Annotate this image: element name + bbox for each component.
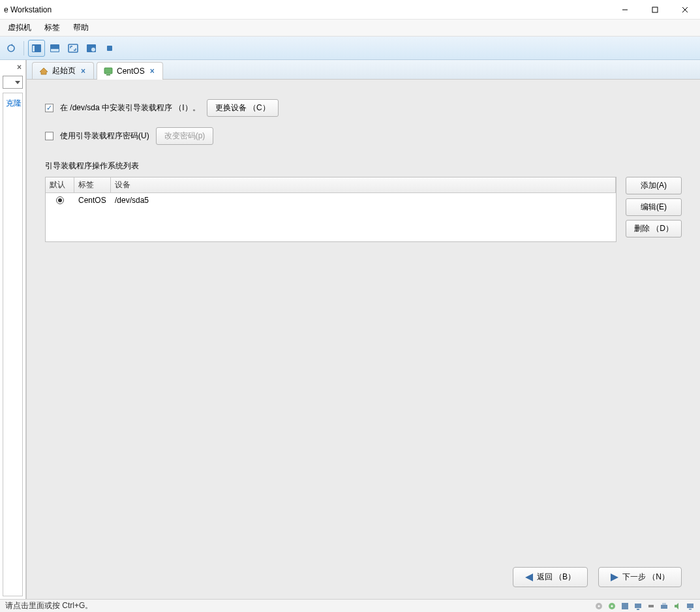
toolbar-view1-icon[interactable]	[28, 40, 45, 57]
statusbar-hint: 请点击里面或按 Ctrl+G。	[5, 600, 93, 611]
home-icon	[39, 67, 48, 76]
svg-rect-13	[104, 68, 112, 74]
table-header-default[interactable]: 默认	[46, 177, 74, 192]
svg-point-4	[8, 45, 14, 52]
menu-help[interactable]: 帮助	[68, 20, 94, 35]
table-row[interactable]: CentOS /dev/sda5	[46, 193, 616, 207]
bootloader-os-list-title: 引导装载程序操作系统列表	[45, 161, 682, 172]
svg-rect-26	[689, 609, 692, 610]
maximize-button[interactable]	[640, 0, 670, 19]
row-device: /dev/sda5	[111, 196, 616, 205]
minimize-button[interactable]	[610, 0, 640, 19]
status-usb-icon[interactable]	[647, 602, 656, 611]
sidebar-close-icon[interactable]: ×	[0, 60, 25, 74]
arrow-left-icon	[525, 574, 533, 581]
svg-rect-6	[33, 46, 35, 52]
table-header-device[interactable]: 设备	[111, 177, 616, 192]
toolbar-small-icon[interactable]	[101, 40, 118, 57]
table-header-label[interactable]: 标签	[74, 177, 111, 192]
chevron-down-icon	[15, 81, 20, 84]
tab-home-label: 起始页	[52, 65, 76, 76]
label-install-bootloader: 在 /dev/sda 中安装引导装载程序 （I）。	[60, 102, 200, 114]
tab-centos-close-icon[interactable]: ×	[149, 67, 156, 76]
close-button[interactable]	[670, 0, 700, 19]
default-radio[interactable]	[56, 196, 64, 204]
toolbar-fullscreen-icon[interactable]	[65, 40, 82, 57]
sidebar-list: 克隆	[3, 93, 23, 596]
change-password-button: 改变密码(p)	[156, 127, 214, 145]
svg-point-11	[91, 48, 95, 52]
svg-rect-23	[661, 605, 667, 609]
status-sound-icon[interactable]	[673, 602, 682, 611]
status-cd-icon[interactable]	[607, 602, 616, 611]
change-device-button[interactable]: 更换设备 （C）	[207, 99, 279, 117]
back-button[interactable]: 返回 （B）	[513, 567, 588, 587]
sidebar-dropdown[interactable]	[3, 76, 23, 89]
svg-point-16	[598, 605, 600, 607]
add-button[interactable]: 添加(A)	[626, 177, 682, 194]
toolbar-separator	[23, 41, 24, 55]
svg-rect-12	[107, 46, 112, 51]
status-floppy-icon[interactable]	[620, 602, 630, 611]
arrow-right-icon	[611, 574, 618, 581]
sidebar-item-clone[interactable]: 克隆	[5, 96, 21, 111]
svg-rect-25	[687, 604, 693, 608]
svg-rect-24	[662, 603, 666, 605]
status-disk-icon[interactable]	[594, 602, 603, 611]
svg-rect-9	[68, 44, 78, 52]
vm-icon	[104, 67, 113, 76]
tab-home-close-icon[interactable]: ×	[80, 67, 87, 76]
svg-rect-1	[652, 7, 658, 12]
label-use-password: 使用引导装载程序密码(U)	[60, 130, 149, 142]
tab-centos-label: CentOS	[117, 67, 145, 76]
menu-vm[interactable]: 虚拟机	[3, 20, 37, 35]
svg-point-18	[611, 605, 613, 607]
svg-rect-21	[637, 609, 639, 610]
svg-rect-20	[635, 604, 641, 608]
bootloader-os-table: 默认 标签 设备 CentOS /dev/sda5	[45, 177, 616, 242]
delete-button[interactable]: 删除 （D）	[626, 220, 682, 237]
status-display-icon[interactable]	[686, 602, 695, 611]
svg-rect-19	[622, 603, 628, 609]
checkbox-install-bootloader[interactable]	[45, 104, 53, 112]
next-button[interactable]: 下一步 （N）	[598, 567, 682, 587]
window-title: e Workstation	[4, 5, 52, 14]
status-printer-icon[interactable]	[660, 602, 669, 611]
toolbar-unity-icon[interactable]	[83, 40, 100, 57]
svg-rect-22	[648, 605, 654, 607]
checkbox-use-password[interactable]	[45, 132, 53, 140]
tab-home[interactable]: 起始页 ×	[32, 62, 94, 79]
svg-rect-8	[51, 49, 59, 52]
tab-centos[interactable]: CentOS ×	[97, 62, 163, 80]
row-label: CentOS	[74, 196, 111, 205]
status-network-icon[interactable]	[633, 602, 643, 611]
toolbar-cycle-icon[interactable]	[3, 40, 20, 57]
svg-rect-14	[106, 74, 110, 76]
toolbar-view2-icon[interactable]	[46, 40, 63, 57]
menu-tabs[interactable]: 标签	[39, 20, 65, 35]
edit-button[interactable]: 编辑(E)	[626, 198, 682, 216]
